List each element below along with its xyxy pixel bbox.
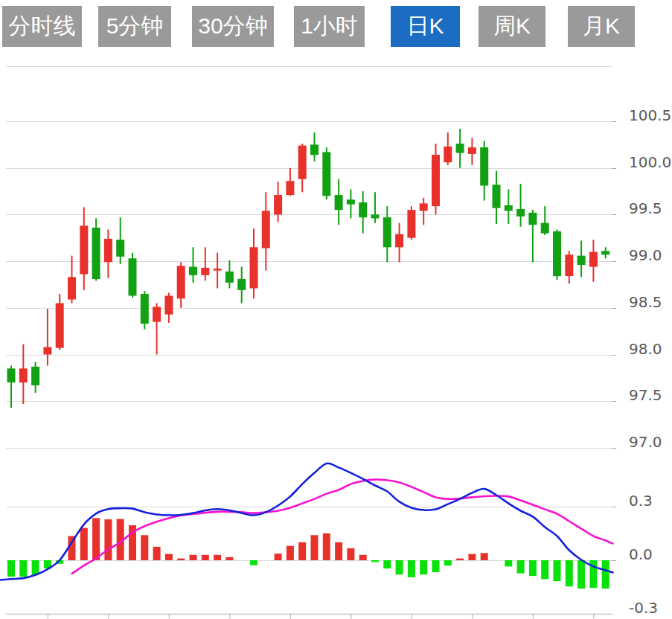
candle-body <box>262 211 270 248</box>
candle-body <box>153 307 161 322</box>
candle-body <box>444 147 452 162</box>
candle-body <box>589 252 598 267</box>
macd-hist-bar <box>359 555 367 560</box>
macd-hist-bar <box>298 542 306 560</box>
tab-5min[interactable]: 5分钟 <box>98 6 171 47</box>
candle-body <box>480 147 488 185</box>
price-axis-label: 97.0 <box>629 433 662 451</box>
macd-axis-label: 0.3 <box>629 492 653 510</box>
macd-hist-bar <box>541 560 548 579</box>
macd-hist-bar <box>481 553 488 560</box>
macd-hist-bar <box>287 546 294 560</box>
macd-hist-bar <box>311 535 319 560</box>
candle-body <box>322 152 330 196</box>
candle-body <box>250 247 258 288</box>
candle-body <box>80 225 88 274</box>
candle-body <box>395 234 403 248</box>
candle-body <box>493 185 501 208</box>
macd-hist-bar <box>444 560 452 565</box>
candle-body <box>456 144 464 153</box>
price-axis-label: 98.0 <box>629 340 662 358</box>
macd-hist-bar <box>517 560 525 574</box>
macd-hist-bar <box>456 559 464 560</box>
candle-body <box>432 155 440 206</box>
candle-body <box>347 199 355 204</box>
candle-body <box>505 205 513 211</box>
macd-hist-bar <box>214 555 221 560</box>
candle-body <box>359 202 367 217</box>
macd-axis-label: 0.0 <box>629 545 653 563</box>
candle-body <box>565 254 573 276</box>
macd-hist-bar <box>383 560 391 568</box>
macd-hist-bar <box>408 560 415 577</box>
price-axis-label: 100.0 <box>629 153 671 171</box>
macd-hist-bar <box>554 560 561 581</box>
candle-body <box>43 347 51 355</box>
macd-hist-bar <box>529 560 537 576</box>
macd-hist-bar <box>7 560 15 577</box>
candle-body <box>274 195 282 214</box>
candle-body <box>407 210 415 238</box>
macd-axis-label: -0.3 <box>629 599 658 617</box>
price-axis-label: 100.5 <box>629 106 671 124</box>
macd-hist-bar <box>602 560 609 588</box>
macd-hist-bar <box>250 560 257 565</box>
interval-tabbar: 分时线5分钟30分钟1小时日K周K月K <box>0 6 635 47</box>
candle-body <box>7 368 16 382</box>
macd-hist-bar <box>177 559 185 560</box>
candle-body <box>19 368 28 382</box>
macd-hist-bar <box>202 555 209 560</box>
price-axis-label: 99.5 <box>629 199 662 217</box>
macd-hist-bar <box>225 557 233 560</box>
candle-body <box>577 256 586 266</box>
macd-hist-bar <box>505 560 512 566</box>
macd-hist-bar <box>566 560 573 586</box>
macd-hist-bar <box>19 560 27 577</box>
macd-hist-bar <box>275 554 282 560</box>
candle-body <box>225 272 234 283</box>
tab-1hour[interactable]: 1小时 <box>294 6 365 47</box>
macd-hist-bar <box>577 560 585 588</box>
candle-body <box>164 296 173 315</box>
macd-hist-bar <box>432 560 440 572</box>
macd-hist-bar <box>104 519 112 560</box>
candle-body <box>528 213 537 225</box>
tab-daily-k[interactable]: 日K <box>391 6 460 47</box>
tab-weekly-k[interactable]: 周K <box>479 6 545 47</box>
tab-time-line[interactable]: 分时线 <box>2 6 82 47</box>
candle-body <box>31 367 39 385</box>
candle-body <box>116 240 124 257</box>
candle-body <box>68 277 76 299</box>
candle-body <box>214 269 222 271</box>
macd-hist-bar <box>335 542 342 560</box>
macd-hist-bar <box>92 518 100 560</box>
candle-body <box>189 267 197 275</box>
price-axis-label: 99.0 <box>629 246 662 264</box>
macd-hist-bar <box>347 548 354 560</box>
candle-body <box>420 203 428 211</box>
candle-body <box>468 147 476 154</box>
candle-body <box>516 209 525 217</box>
candle-body <box>92 228 100 279</box>
candle-body <box>237 279 246 290</box>
macd-hist-bar <box>371 560 379 562</box>
candle-body <box>371 214 380 218</box>
kline-chart[interactable]: 100.5100.099.599.098.598.097.597.00.30.0… <box>0 0 672 619</box>
candle-body <box>141 294 149 324</box>
candle-body <box>310 144 319 155</box>
candle-body <box>553 231 561 276</box>
price-axis-label: 98.5 <box>629 293 662 311</box>
macd-hist-bar <box>141 535 148 560</box>
candle-body <box>104 239 112 262</box>
macd-hist-bar <box>323 533 330 560</box>
macd-hist-bar <box>190 555 197 560</box>
macd-hist-bar <box>153 547 161 560</box>
macd-hist-bar <box>32 560 39 575</box>
candle-body <box>541 223 549 234</box>
tab-monthly-k[interactable]: 月K <box>568 6 635 47</box>
candle-body <box>201 268 209 275</box>
macd-hist-bar <box>396 560 403 574</box>
candle-body <box>177 266 185 298</box>
price-axis-label: 97.5 <box>629 386 662 404</box>
tab-30min[interactable]: 30分钟 <box>192 6 274 47</box>
